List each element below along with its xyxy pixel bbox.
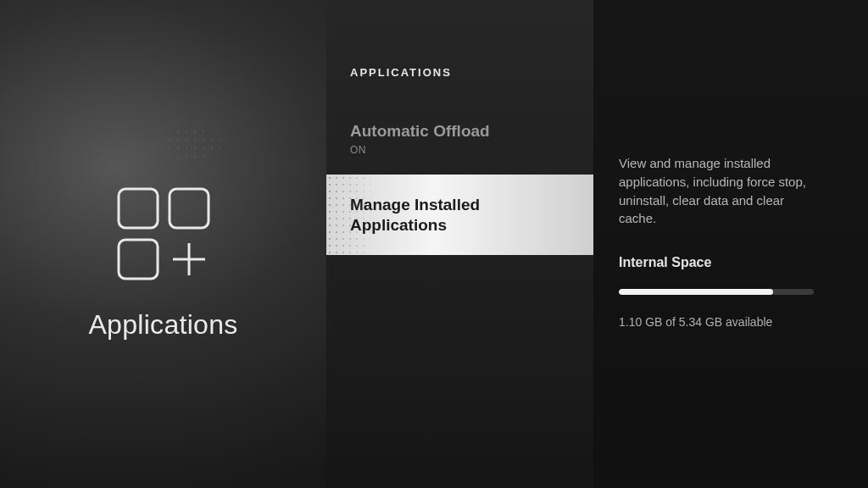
menu-item-manage-installed-applications[interactable]: Manage Installed Applications [326,175,593,256]
menu-item-automatic-offload[interactable]: Automatic Offload ON [326,111,593,168]
svg-rect-0 [119,189,158,228]
category-panel: Applications [0,0,326,488]
storage-available-text: 1.10 GB of 5.34 GB available [619,315,834,329]
svg-rect-1 [170,189,209,228]
item-description: View and manage installed applications, … [619,154,814,228]
svg-rect-2 [119,240,158,279]
section-heading: APPLICATIONS [326,66,593,111]
storage-progress-fill [619,289,773,295]
settings-menu: APPLICATIONS Automatic Offload ON Manage… [326,0,593,488]
applications-icon [112,182,215,286]
menu-item-title: Manage Installed Applications [350,195,570,236]
storage-heading: Internal Space [619,255,834,270]
category-title: Applications [88,309,237,341]
detail-panel: View and manage installed applications, … [593,0,868,488]
storage-progress-bar [619,289,814,295]
menu-item-subtitle: ON [350,144,570,156]
decorative-dots [140,110,242,178]
menu-item-title: Automatic Offload [350,121,570,141]
